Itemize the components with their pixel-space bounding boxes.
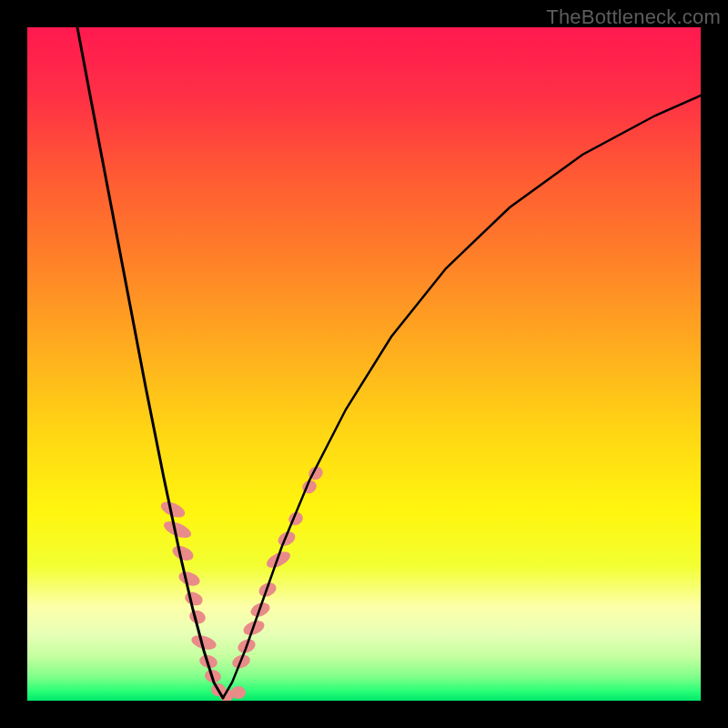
watermark-text: TheBottleneck.com (546, 5, 721, 29)
data-marker (170, 543, 195, 563)
data-marker (276, 529, 298, 549)
outer-frame: TheBottleneck.com (0, 0, 728, 728)
plot-area (27, 27, 701, 701)
curve-right-branch (223, 96, 701, 698)
curve-layer (77, 27, 701, 698)
chart-svg (27, 27, 701, 701)
data-marker (177, 569, 201, 588)
data-marker (231, 686, 246, 699)
data-marker (183, 590, 204, 608)
